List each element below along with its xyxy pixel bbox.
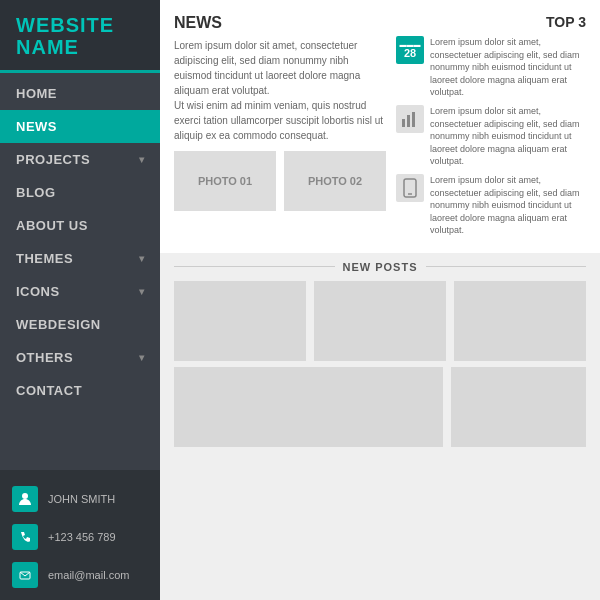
news-body: Lorem ipsum dolor sit amet, consectetuer… [174,38,386,143]
user-info: JOHN SMITH +123 456 789 email@mail.com [0,470,160,600]
user-name: JOHN SMITH [48,493,115,505]
logo-line2: NAME [16,36,79,58]
top3-panel: TOP 3 ▬▬▬ 28 Lorem ipsum dolor sit amet,… [396,14,586,243]
top3-text-3: Lorem ipsum dolor sit amet, consectetuer… [430,174,586,237]
post-box-wide [174,367,443,447]
news-left: NEWS Lorem ipsum dolor sit amet, consect… [174,14,386,243]
main-content: NEWS Lorem ipsum dolor sit amet, consect… [160,0,600,600]
nav-item-others[interactable]: OTHERS ▾ [0,341,160,374]
nav: HOME NEWS PROJECTS ▾ BLOG ABOUT US THEME… [0,73,160,470]
chevron-icon: ▾ [139,352,145,363]
user-phone-row: +123 456 789 [0,518,160,556]
nav-item-projects[interactable]: PROJECTS ▾ [0,143,160,176]
nav-item-blog[interactable]: BLOG [0,176,160,209]
user-email-row: email@mail.com [0,556,160,594]
logo-area: WEBSITE NAME [0,0,160,73]
email-icon [12,562,38,588]
chevron-icon: ▾ [139,154,145,165]
logo-line1: WEBSITE [16,14,114,36]
nav-item-contact[interactable]: CONTACT [0,374,160,407]
nav-item-about[interactable]: ABOUT US [0,209,160,242]
photo-01: PHOTO 01 [174,151,276,211]
post-box-3 [454,281,586,361]
posts-grid-top [174,281,586,361]
top3-title: TOP 3 [396,14,586,30]
top3-item-1: ▬▬▬ 28 Lorem ipsum dolor sit amet, conse… [396,36,586,99]
top3-item-2: Lorem ipsum dolor sit amet, consectetuer… [396,105,586,168]
svg-rect-3 [407,115,410,127]
photo-02: PHOTO 02 [284,151,386,211]
post-box-1 [174,281,306,361]
posts-grid-bottom [174,367,586,447]
top3-text-1: Lorem ipsum dolor sit amet, consectetuer… [430,36,586,99]
svg-point-0 [22,493,28,499]
user-name-row: JOHN SMITH [0,480,160,518]
svg-rect-4 [412,112,415,127]
calendar-icon: ▬▬▬ 28 [396,36,424,64]
post-box-tall [451,367,586,447]
user-email: email@mail.com [48,569,129,581]
divider-left [174,266,335,267]
new-posts-header: NEW POSTS [174,261,586,273]
divider-right [426,266,587,267]
news-title: NEWS [174,14,386,32]
top3-text-2: Lorem ipsum dolor sit amet, consectetuer… [430,105,586,168]
post-box-2 [314,281,446,361]
user-icon [12,486,38,512]
new-posts-label: NEW POSTS [343,261,418,273]
user-phone: +123 456 789 [48,531,116,543]
phone-icon [12,524,38,550]
top3-item-3: Lorem ipsum dolor sit amet, consectetuer… [396,174,586,237]
new-posts-section: NEW POSTS [160,253,600,453]
nav-item-webdesign[interactable]: WEBDESIGN [0,308,160,341]
nav-item-home[interactable]: HOME [0,77,160,110]
chevron-icon: ▾ [139,253,145,264]
logo-text: WEBSITE NAME [16,14,144,58]
chart-icon [396,105,424,133]
news-section: NEWS Lorem ipsum dolor sit amet, consect… [160,0,600,253]
chevron-icon: ▾ [139,286,145,297]
news-photos: PHOTO 01 PHOTO 02 [174,151,386,211]
nav-item-themes[interactable]: THEMES ▾ [0,242,160,275]
nav-item-icons[interactable]: ICONS ▾ [0,275,160,308]
sidebar: WEBSITE NAME HOME NEWS PROJECTS ▾ BLOG A… [0,0,160,600]
svg-rect-2 [402,119,405,127]
mobile-icon [396,174,424,202]
nav-item-news[interactable]: NEWS [0,110,160,143]
